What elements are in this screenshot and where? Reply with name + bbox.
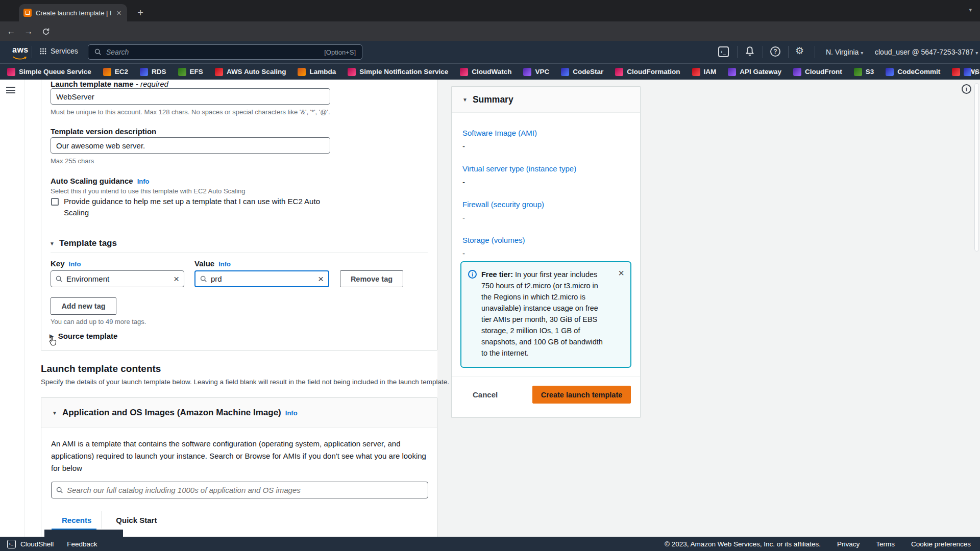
browser-tab-bar: Create launch template | EC2 | × + ▾ — [0, 0, 980, 21]
service-label: RDS — [152, 68, 166, 76]
favorites-overflow-chevron-icon[interactable]: › — [974, 68, 977, 77]
summary-section-link[interactable]: Firewall (security group) — [462, 200, 640, 209]
info-link[interactable]: Info — [285, 409, 298, 417]
favorites-bar-item[interactable]: IAM — [692, 68, 717, 76]
reload-icon — [42, 28, 50, 36]
settings-button[interactable]: ⚙ — [795, 45, 804, 56]
name-field-help: Must be unique to this account. Max 128 … — [51, 108, 330, 116]
favorites-bar-item[interactable]: CodeStar — [561, 68, 603, 76]
template-description-input[interactable] — [51, 137, 330, 154]
contents-subtitle: Specify the details of your launch templ… — [41, 378, 449, 386]
info-panel-trigger-icon[interactable]: i — [962, 84, 971, 94]
service-icon — [952, 68, 960, 76]
asg-guidance-checkbox[interactable] — [51, 198, 59, 206]
favorites-bar-item[interactable]: Lambda — [298, 68, 336, 76]
account-menu[interactable]: cloud_user @ 5647-7253-3787 ▾ — [875, 48, 978, 56]
cloudshell-terminal-icon: ›_ — [7, 540, 16, 548]
services-menu[interactable]: Services — [40, 47, 78, 55]
tag-key-field[interactable]: × — [51, 270, 184, 287]
add-new-tag-button[interactable]: Add new tag — [51, 297, 116, 315]
favorites-bar-item[interactable]: Simple Notification Service — [348, 68, 448, 76]
browser-tab[interactable]: Create launch template | EC2 | × — [19, 4, 127, 21]
create-launch-template-button[interactable]: Create launch template — [532, 386, 631, 404]
service-label: Simple Queue Service — [19, 68, 91, 76]
reload-button[interactable] — [40, 26, 52, 38]
tab-strip-chevron-icon[interactable]: ▾ — [969, 7, 972, 13]
page-content: Launch template name - required Must be … — [0, 80, 980, 537]
sidebar-menu-icon[interactable] — [6, 87, 15, 93]
contents-title: Launch template contents — [41, 363, 161, 374]
close-icon[interactable]: × — [618, 268, 624, 278]
footer-cookie-preferences[interactable]: Cookie preferences — [911, 540, 971, 548]
ami-section-header[interactable]: ▼ Application and OS Images (Amazon Mach… — [41, 398, 437, 428]
service-label: EFS — [190, 68, 203, 76]
tag-value-input[interactable] — [211, 274, 314, 283]
favorites-bar-item[interactable]: API Gateway — [728, 68, 781, 76]
ami-search-field[interactable] — [51, 482, 428, 498]
favorites-bar-item[interactable]: CodeCommit — [886, 68, 940, 76]
favorites-bar-item[interactable]: CloudWatch — [460, 68, 511, 76]
info-link[interactable]: Info — [137, 178, 150, 185]
summary-footer-divider — [452, 377, 640, 377]
tag-key-input[interactable] — [66, 274, 170, 283]
footer-feedback[interactable]: Feedback — [67, 540, 97, 548]
ami-search-input[interactable] — [67, 486, 423, 494]
cloudshell-button[interactable]: ›_ — [718, 46, 729, 57]
template-name-input[interactable] — [51, 88, 330, 105]
cancel-button[interactable]: Cancel — [473, 386, 498, 404]
favorites-bar-item[interactable]: CloudFront — [793, 68, 842, 76]
favorites-bar-item[interactable]: VPC — [523, 68, 549, 76]
region-selector[interactable]: N. Virginia ▾ — [826, 48, 863, 56]
free-tier-text: Free tier: In your first year includes 7… — [481, 269, 610, 359]
console-search-box[interactable]: [Option+S] — [88, 44, 362, 60]
remove-tag-button[interactable]: Remove tag — [340, 270, 403, 287]
service-label: EC2 — [115, 68, 128, 76]
favorites-bar-items: Simple Queue ServiceEC2RDSEFSAWS Auto Sc… — [7, 68, 980, 76]
console-search-input[interactable] — [106, 48, 320, 56]
favorites-bar-item[interactable]: EC2 — [103, 68, 128, 76]
service-icon-partial[interactable] — [964, 68, 971, 76]
favorites-bar-item[interactable]: AWS Auto Scaling — [215, 68, 286, 76]
asg-checkbox-label: Provide guidance to help me set up a tem… — [64, 196, 322, 218]
tab-recents[interactable]: Recents — [52, 516, 102, 524]
template-tags-header[interactable]: ▼ Template tags — [50, 238, 117, 248]
summary-section-link[interactable]: Storage (volumes) — [462, 236, 640, 244]
aws-logo[interactable]: aws — [12, 46, 29, 62]
ami-section-card: ▼ Application and OS Images (Amazon Mach… — [41, 397, 437, 537]
service-icon — [854, 68, 862, 76]
favorites-bar: Simple Queue ServiceEC2RDSEFSAWS Auto Sc… — [0, 63, 980, 80]
favorites-bar-item[interactable]: S3 — [854, 68, 874, 76]
source-template-expander[interactable]: ▶ Source template — [50, 332, 117, 340]
summary-section-link[interactable]: Software Image (AMI) — [462, 129, 640, 137]
info-link[interactable]: Info — [218, 260, 231, 268]
footer-privacy[interactable]: Privacy — [837, 540, 860, 548]
favorites-bar-item[interactable]: EFS — [178, 68, 203, 76]
summary-section-link[interactable]: Virtual server type (instance type) — [462, 164, 640, 173]
service-label: API Gateway — [740, 68, 781, 76]
favorites-bar-item[interactable]: Simple Queue Service — [7, 68, 91, 76]
search-icon — [56, 487, 63, 494]
back-button[interactable]: ← — [5, 26, 17, 38]
footer-terms[interactable]: Terms — [876, 540, 895, 548]
tab-close-icon[interactable]: × — [115, 9, 122, 17]
summary-header[interactable]: ▼ Summary — [452, 87, 640, 113]
tag-value-field[interactable]: × — [194, 270, 329, 287]
page-scrollbar[interactable] — [974, 83, 979, 252]
forward-button[interactable]: → — [22, 26, 35, 38]
tab-quick-start[interactable]: Quick Start — [102, 516, 170, 524]
service-label: VPC — [535, 68, 549, 76]
favorites-bar-item[interactable]: CloudFormation — [615, 68, 680, 76]
new-tab-button[interactable]: + — [133, 5, 148, 20]
service-label: CodeStar — [573, 68, 603, 76]
clear-icon[interactable]: × — [174, 274, 179, 284]
service-icon — [7, 68, 15, 76]
service-icon — [523, 68, 531, 76]
search-shortcut-hint: [Option+S] — [324, 48, 356, 56]
service-icon — [615, 68, 623, 76]
favorites-bar-item[interactable]: RDS — [140, 68, 166, 76]
info-link[interactable]: Info — [69, 260, 81, 268]
notifications-button[interactable] — [745, 46, 755, 59]
clear-icon[interactable]: × — [318, 274, 324, 284]
help-button[interactable]: ? — [770, 46, 780, 57]
footer-cloudshell[interactable]: CloudShell — [20, 540, 54, 548]
